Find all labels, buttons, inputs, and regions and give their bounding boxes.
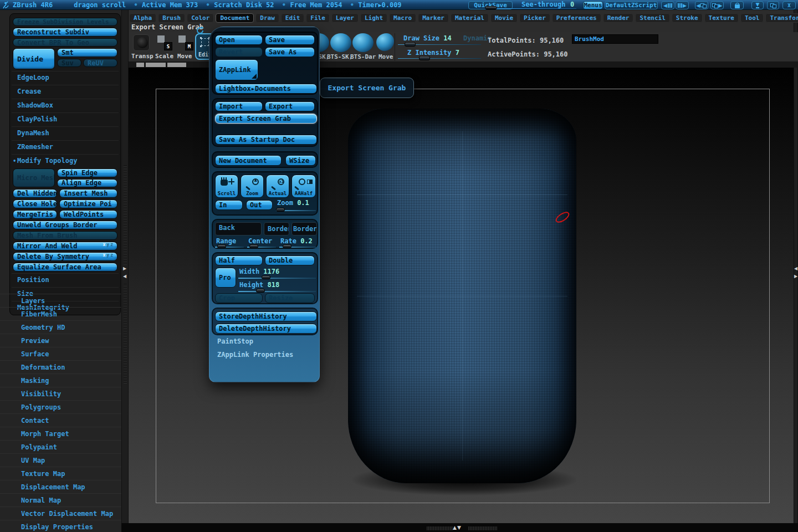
canvas-tab[interactable] [146,63,166,67]
subpalette-geometry-hd[interactable]: Geometry HD [0,320,121,334]
width-slider[interactable] [238,278,316,279]
move-button[interactable]: M [177,34,194,51]
subpalette-normal-map[interactable]: Normal Map [0,493,121,507]
menu-render[interactable]: Render [603,13,634,23]
menus-button[interactable]: Menus [583,1,603,9]
section-position[interactable]: Position [12,273,119,286]
section-dynamesh[interactable]: DynaMesh [12,126,119,139]
mirror-and-weld-button[interactable]: Mirror And Weld xyz [13,242,117,250]
rate-slider-knob[interactable] [283,244,291,248]
lock-icon[interactable] [730,1,744,9]
default-zscript-button[interactable]: DefaultZScript [605,1,658,9]
sculpt-mesh-cylinder[interactable] [348,109,576,483]
minimize-icon[interactable]: ▼ [751,1,764,9]
suv-button[interactable]: Suv [57,59,81,67]
close-holes-button[interactable]: Close Holes [13,200,57,208]
subpalette-surface[interactable]: Surface [0,347,121,360]
bottom-tray-arrows-icon[interactable]: ▲▼ [453,525,462,530]
import-button[interactable]: Import [215,101,263,111]
smt-button[interactable]: Smt [57,48,117,57]
bottom-tray-divider[interactable] [468,526,497,530]
subpalette-displacement-map[interactable]: Displacement Map [0,480,121,493]
right-tray-collapse-right-icon[interactable]: ▶ [794,274,797,279]
menu-file[interactable]: File [306,13,330,23]
menu-layer[interactable]: Layer [331,13,359,23]
section-claypolish[interactable]: ClayPolish [12,112,119,125]
divide-button[interactable]: Divide [13,48,55,69]
zoom-out-button[interactable]: Out [246,200,273,210]
height-slider-knob[interactable] [256,289,265,293]
double-button[interactable]: Double [265,255,315,265]
actual-size-button[interactable]: x1 Actual [266,175,289,198]
subpalette-uv-map[interactable]: UV Map [0,453,121,467]
resize-button[interactable]: Resize [265,293,315,303]
scale-button[interactable]: S [156,34,173,51]
subpalette-polygroups[interactable]: Polygroups [0,400,121,413]
brush-thumb-3[interactable] [352,33,374,52]
subpalette-contact[interactable]: Contact [0,413,121,427]
menu-marker[interactable]: Marker [418,13,449,23]
subpalette-preview[interactable]: Preview [0,334,121,347]
crop-button[interactable]: Crop [215,293,263,303]
menu-light[interactable]: Light [360,13,387,23]
menu-brush[interactable]: Brush [158,13,185,23]
convert-bpr-button[interactable]: Convert BPR To Geo [13,38,117,47]
menu-color[interactable]: Color [187,13,214,23]
menu-alpha[interactable]: Alpha [129,13,156,23]
window-prev-icon[interactable]: ◀ [695,1,708,9]
new-document-button[interactable]: New Document [215,155,282,166]
revert-button[interactable]: Revert [215,47,263,57]
aahalf-button[interactable]: AAHalf [291,175,316,198]
see-through-slider[interactable] [487,8,576,9]
brushmod-field[interactable]: BrushMod [572,34,658,44]
canvas-tab[interactable] [136,63,144,67]
bottom-tray-divider[interactable] [427,526,453,530]
reconstruct-subdiv-button[interactable]: Reconstruct Subdiv [13,28,117,37]
zoom-slider-knob[interactable] [276,208,285,212]
menu-preferences[interactable]: Preferences [552,13,601,23]
zapplink-button[interactable]: ZAppLink [215,59,258,80]
subpalette-display-properties[interactable]: Display Properties [0,520,121,532]
scroll-button[interactable]: Scroll [215,175,238,198]
mergetris-button[interactable]: MergeTris [13,210,57,219]
brush-thumb-move[interactable] [376,33,394,51]
insert-mesh-button[interactable]: Insert Mesh [59,189,117,198]
store-depth-history-button[interactable]: StoreDepthHistory [215,311,317,321]
save-as-startup-doc-button[interactable]: Save As Startup Doc [215,135,317,145]
menu-stroke[interactable]: Stroke [672,13,703,23]
optimize-points-button[interactable]: Optimize Poi [59,200,117,208]
mesh-from-brush-button[interactable]: Mesh From Brush [13,231,117,240]
menu-texture[interactable]: Texture [704,13,739,23]
section-edgeloop[interactable]: EdgeLoop [12,71,119,84]
subpalette-layers[interactable]: Layers [0,294,121,307]
menu-transform[interactable]: Transform [765,13,798,23]
restore-configuration-icon[interactable] [195,25,205,35]
left-tray-divider[interactable]: ▶ ◀ [121,10,129,523]
section-crease[interactable]: Crease [12,85,119,98]
subpalette-masking[interactable]: Masking [0,374,121,387]
weldpoints-button[interactable]: WeldPoints [59,210,117,219]
range-slider-knob[interactable] [217,244,226,248]
paintstop-link[interactable]: PaintStop [217,337,253,345]
restore-icon[interactable] [767,1,779,9]
equalize-surface-area-button[interactable]: Equalize Surface Area [13,263,117,272]
menu-movie[interactable]: Movie [490,13,518,23]
menu-tool[interactable]: Tool [740,13,764,23]
transp-button[interactable] [133,34,150,51]
draw-size-slider-knob[interactable] [405,42,416,47]
brush-thumb-2[interactable] [330,33,351,52]
canvas-tab[interactable] [167,63,186,67]
see-through-slider-knob[interactable] [485,6,497,9]
right-tray-collapse-left-icon[interactable]: ◀ [794,266,797,271]
spin-edge-button[interactable]: Spin Edge [57,168,117,177]
zoom-button[interactable]: ▲ Zoom [241,175,264,198]
width-slider-knob[interactable] [262,275,270,279]
lightbox-documents-button[interactable]: Lightbox▸Documents [215,84,317,94]
unweld-groups-border-button[interactable]: Unweld Groups Border [13,221,117,229]
subpalette-morph-target[interactable]: Morph Target [0,427,121,440]
border2-button[interactable]: Border2 [291,222,317,236]
subpalette-deformation[interactable]: Deformation [0,360,121,374]
export-screen-grab-button[interactable]: Export Screen Grab [215,114,317,124]
subpalette-polypaint[interactable]: Polypaint [0,440,121,453]
tray-right-icon[interactable]: ▶ [676,1,689,9]
